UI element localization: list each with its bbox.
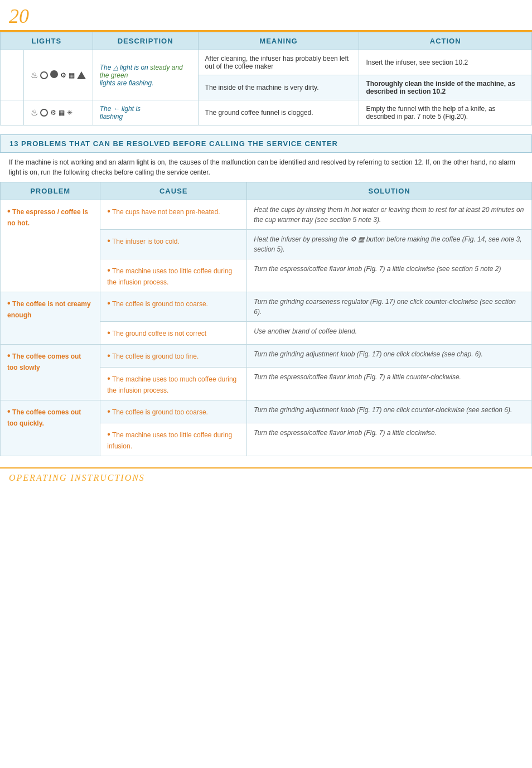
problem-row-2a: • The coffee is not creamy enough • The …	[1, 292, 532, 322]
lights-col-header: LIGHTS	[1, 32, 93, 50]
lights-icons-11: ♨ ⚙ ▦ ✳	[23, 100, 93, 125]
footer: OPERATING INSTRUCTIONS	[0, 467, 532, 487]
problem-row-4a: • The coffee comes out too quickly. • Th…	[1, 400, 532, 423]
solution-4b: Turn the espresso/coffee flavor knob (Fi…	[247, 423, 532, 456]
problems-section-header: 13 PROBLEMS THAT CAN BE RESOLVED BEFORE …	[0, 134, 532, 153]
cause-3b: • The machine uses too much coffee durin…	[100, 368, 247, 400]
problem-row-1a: • The espresso / coffee is no hot. • The…	[1, 200, 532, 230]
cause-1c: • The machine uses too little coffee dur…	[100, 259, 247, 292]
circle-icon-11	[40, 109, 48, 117]
meaning-11: The ground coffee funnel is clogged.	[198, 100, 359, 125]
problems-table: PROBLEM CAUSE SOLUTION • The espresso / …	[0, 182, 532, 456]
table-row: 10 ♨ ⚙ ▦ The △ light is on steady and th…	[1, 50, 532, 75]
row-number-11: 11	[1, 100, 24, 125]
description-text-11: The ← light isflashing	[100, 105, 141, 120]
solution-1b: Heat the infuser by pressing the ⚙ ▦ but…	[247, 230, 532, 259]
problem-row-3a: • The coffee comes out too slowly • The …	[1, 345, 532, 368]
circle-fill-icon	[50, 70, 58, 80]
meaning-10-2: The inside of the machine is very dirty.	[198, 75, 359, 100]
grid-icon-11: ▦	[59, 109, 65, 117]
problem-espresso-not-hot: • The espresso / coffee is no hot.	[1, 200, 100, 292]
solution-4a: Turn the grinding adjustment knob (Fig. …	[247, 400, 532, 423]
solution-3a: Turn the grinding adjustment knob (Fig. …	[247, 345, 532, 368]
action-10-1: Insert the infuser, see section 10.2	[359, 50, 532, 75]
lights-icons-10: ♨ ⚙ ▦	[23, 50, 93, 100]
grid-icon: ▦	[69, 71, 75, 79]
problem-too-fast: • The coffee comes out too quickly.	[1, 400, 100, 456]
problem-col-header: PROBLEM	[1, 182, 100, 200]
cause-1b: • The infuser is too cold.	[100, 230, 247, 259]
solution-1a: Heat the cups by rinsing them in hot wat…	[247, 200, 532, 230]
cause-2b: • The ground coffee is not correct	[100, 322, 247, 345]
table-row: 11 ♨ ⚙ ▦ ✳ The ← light isflashing The gr…	[1, 100, 532, 125]
description-text-10a: The △ light is on steady and the green	[100, 64, 183, 79]
action-11: Empty the funnel with the help of a knif…	[359, 100, 532, 125]
cause-1a: • The cups have not been pre-heated.	[100, 200, 247, 230]
action-10-2: Thoroughly clean the inside of the machi…	[359, 75, 532, 100]
problems-title: 13 PROBLEMS THAT CAN BE RESOLVED BEFORE …	[9, 139, 523, 148]
footer-text: OPERATING INSTRUCTIONS	[9, 473, 145, 482]
solution-2a: Turn the grinding coarseness regulator (…	[247, 292, 532, 322]
solution-2b: Use another brand of coffee blend.	[247, 322, 532, 345]
lights-table: LIGHTS DESCRIPTION MEANING ACTION 10 ♨ ⚙…	[0, 32, 532, 125]
gear-icon: ⚙	[60, 71, 66, 79]
description-10: The △ light is on steady and the green l…	[93, 50, 198, 100]
problem-not-creamy: • The coffee is not creamy enough	[1, 292, 100, 345]
circle-icon	[40, 71, 48, 79]
solution-1c: Turn the espresso/coffee flavor knob (Fi…	[247, 259, 532, 292]
meaning-10-1: After cleaning, the infuser has probably…	[198, 50, 359, 75]
description-text-10b: lights are flashing.	[100, 79, 154, 87]
problem-too-slow: • The coffee comes out too slowly	[1, 345, 100, 400]
description-11: The ← light isflashing	[93, 100, 198, 125]
page-number: 20	[0, 0, 532, 32]
solution-col-header: SOLUTION	[247, 182, 532, 200]
cause-4b: • The machine uses too little coffee dur…	[100, 423, 247, 456]
row-number-10: 10	[1, 50, 24, 100]
cause-3a: • The coffee is ground too fine.	[100, 345, 247, 368]
triangle-icon	[77, 71, 86, 79]
meaning-col-header: MEANING	[198, 32, 359, 50]
solution-3b: Turn the espresso/coffee flavor knob (Fi…	[247, 368, 532, 400]
cause-2a: • The coffee is ground too coarse.	[100, 292, 247, 322]
steam-icon-11: ♨	[31, 108, 38, 118]
cause-col-header: CAUSE	[100, 182, 247, 200]
steam-icon: ♨	[31, 70, 38, 80]
gear-icon-11: ⚙	[50, 109, 56, 117]
cause-4a: • The coffee is ground too coarse.	[100, 400, 247, 423]
action-col-header: ACTION	[359, 32, 532, 50]
description-col-header: DESCRIPTION	[93, 32, 198, 50]
problems-intro: If the machine is not working and an ala…	[0, 153, 532, 182]
sunburst-icon-11: ✳	[67, 109, 72, 117]
